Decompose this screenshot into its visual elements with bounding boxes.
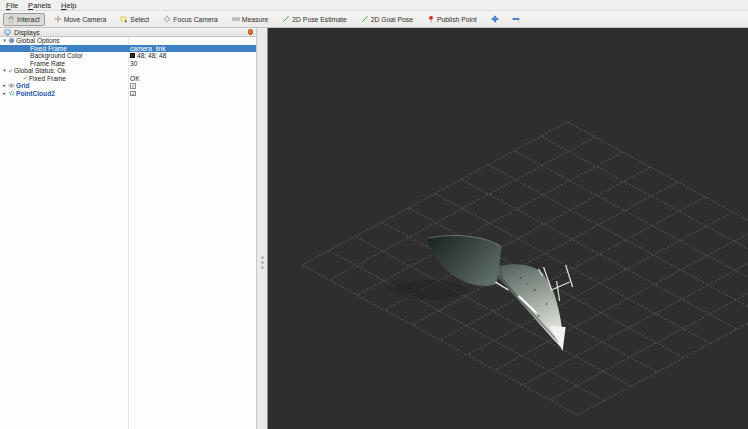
- minus-icon: [512, 15, 520, 24]
- green-arrow-icon: [361, 15, 369, 24]
- hand-icon: [7, 15, 15, 24]
- render-viewport-3d[interactable]: [268, 28, 748, 429]
- row-label: Global Options: [16, 37, 60, 44]
- move-camera-tool-button[interactable]: Move Camera: [50, 13, 112, 26]
- collapse-arrow-icon[interactable]: [2, 90, 7, 97]
- select-box-icon: [120, 15, 128, 24]
- select-tool-button[interactable]: Select: [116, 13, 154, 26]
- panel-splitter[interactable]: [257, 28, 268, 429]
- green-arrow-icon: [282, 15, 290, 24]
- splitter-handle-icon: [261, 256, 264, 259]
- row-label: Grid: [16, 82, 30, 89]
- color-swatch: [130, 53, 135, 58]
- plus-icon: [491, 15, 499, 24]
- background-color-value[interactable]: 48; 48; 48: [137, 52, 166, 59]
- tree-row-background-color[interactable]: Background Color 48; 48; 48: [0, 52, 256, 60]
- display-monitor-icon: [4, 29, 11, 36]
- rviz-window: File Panels Help Interact Move Camera Se…: [0, 0, 748, 429]
- add-tool-button[interactable]: [487, 13, 503, 26]
- tree-row-status-fixed-frame[interactable]: ✓ Fixed Frame OK: [0, 75, 256, 83]
- eye-icon: [8, 82, 15, 89]
- expand-arrow-icon[interactable]: [2, 37, 7, 44]
- map-pin-icon: [427, 15, 435, 24]
- toolbar: Interact Move Camera Select Focus Camera…: [0, 11, 748, 28]
- status-fixed-frame-value: OK: [130, 75, 140, 82]
- tree-row-grid[interactable]: Grid: [0, 82, 256, 90]
- pose-estimate-tool-button[interactable]: 2D Pose Estimate: [278, 13, 351, 26]
- global-options-icon: [8, 37, 15, 44]
- tree-row-frame-rate[interactable]: Frame Rate 30: [0, 60, 256, 68]
- measure-tool-button[interactable]: Measure: [228, 13, 273, 26]
- menu-file[interactable]: File: [4, 1, 20, 10]
- remove-tool-button[interactable]: [508, 13, 524, 26]
- row-label: Fixed Frame: [29, 75, 66, 82]
- displays-tree: Global Options Fixed Frame camera_link B…: [0, 37, 256, 429]
- close-panel-icon[interactable]: [248, 29, 254, 35]
- fixed-frame-value[interactable]: camera_link: [130, 45, 166, 52]
- collapse-arrow-icon[interactable]: [2, 82, 7, 89]
- pointcloud2-enabled-checkbox[interactable]: [130, 91, 136, 97]
- interact-tool-button[interactable]: Interact: [3, 13, 45, 26]
- tree-row-fixed-frame[interactable]: Fixed Frame camera_link: [0, 45, 256, 53]
- displays-panel: Displays Global Options Fixed Frame came…: [0, 28, 257, 429]
- row-label: PointCloud2: [16, 90, 55, 97]
- pointcloud-icon: [8, 90, 15, 97]
- menu-panels[interactable]: Panels: [26, 1, 53, 10]
- pointcloud-render: [384, 235, 572, 351]
- row-label: Fixed Frame: [0, 45, 67, 52]
- row-label: Background Color: [0, 52, 83, 59]
- displays-panel-header: Displays: [0, 28, 256, 37]
- viewport-scene: [268, 28, 748, 429]
- menubar: File Panels Help: [0, 0, 748, 11]
- tree-row-pointcloud2[interactable]: PointCloud2: [0, 90, 256, 98]
- frame-rate-value[interactable]: 30: [130, 60, 137, 67]
- crosshair-icon: [163, 15, 171, 24]
- displays-panel-title: Displays: [14, 29, 40, 36]
- menu-help[interactable]: Help: [59, 1, 78, 10]
- row-label: Global Status: Ok: [14, 67, 66, 74]
- grid-enabled-checkbox[interactable]: [130, 83, 136, 89]
- publish-point-tool-button[interactable]: Publish Point: [423, 13, 482, 26]
- move-arrows-icon: [54, 15, 62, 24]
- focus-camera-tool-button[interactable]: Focus Camera: [159, 13, 223, 26]
- ruler-icon: [232, 15, 240, 24]
- row-label: Frame Rate: [0, 60, 65, 67]
- tree-row-global-status[interactable]: ✓ Global Status: Ok: [0, 67, 256, 75]
- goal-pose-tool-button[interactable]: 2D Goal Pose: [357, 13, 418, 26]
- tree-row-global-options[interactable]: Global Options: [0, 37, 256, 45]
